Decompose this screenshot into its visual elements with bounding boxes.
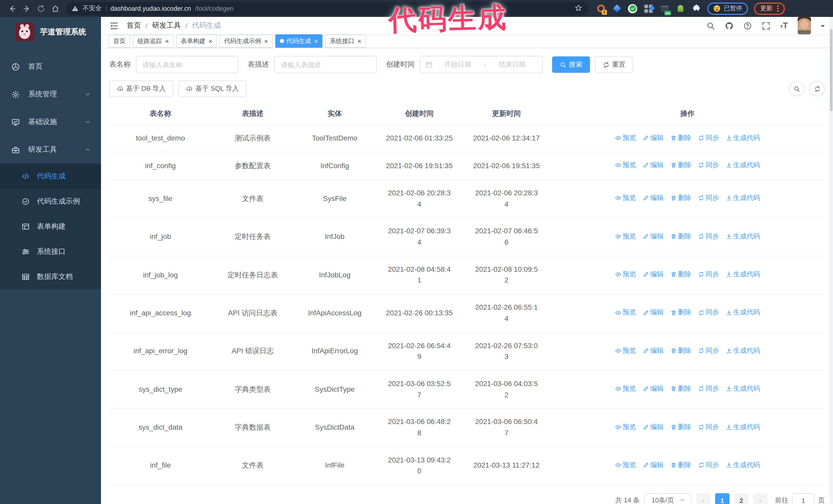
action-preview[interactable]: 预览	[615, 460, 636, 470]
extension-orange-icon[interactable]: 1	[596, 3, 606, 14]
extensions-puzzle-icon[interactable]	[691, 3, 701, 14]
scrollbar-thumb[interactable]	[830, 29, 832, 111]
paused-pill[interactable]: 已暂停	[708, 2, 748, 15]
kebab-menu-icon[interactable]	[777, 5, 779, 12]
update-button[interactable]: 更新	[754, 2, 785, 15]
date-range-picker[interactable]: 开始日期 - 结束日期	[420, 56, 543, 73]
action-edit[interactable]: 编辑	[643, 160, 664, 170]
action-preview[interactable]: 预览	[615, 384, 636, 394]
action-generate[interactable]: 生成代码	[725, 422, 760, 432]
action-sync[interactable]: 同步	[698, 269, 719, 280]
action-edit[interactable]: 编辑	[643, 460, 664, 470]
action-generate[interactable]: 生成代码	[725, 193, 760, 203]
action-preview[interactable]: 预览	[615, 269, 636, 280]
refresh-table-button[interactable]	[809, 81, 825, 96]
sidebar-submenu-item[interactable]: 代码生成示例	[0, 189, 101, 214]
action-sync[interactable]: 同步	[698, 160, 719, 170]
action-sync[interactable]: 同步	[698, 422, 719, 432]
page-button-2[interactable]: 2	[734, 493, 748, 504]
action-edit[interactable]: 编辑	[643, 422, 664, 432]
action-delete[interactable]: 删除	[670, 422, 691, 432]
tab[interactable]: 代码生成 ×	[275, 34, 323, 48]
action-generate[interactable]: 生成代码	[725, 269, 760, 280]
browser-home-icon[interactable]	[48, 2, 63, 15]
tab[interactable]: 链路追踪 ×	[133, 34, 173, 48]
action-sync[interactable]: 同步	[698, 460, 719, 470]
action-sync[interactable]: 同步	[698, 193, 719, 203]
extension-green-icon[interactable]	[675, 3, 685, 14]
action-generate[interactable]: 生成代码	[725, 160, 760, 170]
tab[interactable]: 表单构建 ×	[176, 34, 217, 48]
action-sync[interactable]: 同步	[698, 231, 719, 241]
table-name-input[interactable]	[136, 56, 238, 73]
action-sync[interactable]: 同步	[698, 345, 719, 356]
import-sql-button[interactable]: 基于 SQL 导入	[178, 80, 247, 97]
github-icon[interactable]	[725, 21, 734, 30]
action-preview[interactable]: 预览	[615, 231, 636, 241]
action-delete[interactable]: 删除	[670, 307, 691, 318]
action-edit[interactable]: 编辑	[643, 345, 664, 356]
prev-page-button[interactable]: ‹	[696, 493, 711, 504]
sidebar-menu-item[interactable]: 研发工具	[0, 136, 101, 164]
avatar-caret-icon[interactable]	[821, 25, 825, 29]
page-size-select[interactable]: 10条/页	[644, 493, 691, 504]
breadcrumb-home[interactable]: 首页	[127, 21, 141, 30]
action-delete[interactable]: 删除	[670, 345, 691, 356]
action-sync[interactable]: 同步	[698, 133, 719, 143]
reset-button[interactable]: 重置	[595, 56, 633, 73]
action-generate[interactable]: 生成代码	[725, 345, 760, 356]
font-size-icon[interactable]: тT	[780, 22, 788, 30]
tab[interactable]: 代码生成示例 ×	[219, 34, 272, 48]
action-preview[interactable]: 预览	[615, 193, 636, 203]
app-logo-row[interactable]: 芋道管理系统	[0, 17, 101, 47]
action-generate[interactable]: 生成代码	[725, 133, 760, 143]
action-delete[interactable]: 删除	[670, 231, 691, 241]
extension-check-icon[interactable]	[627, 3, 638, 14]
avatar[interactable]	[798, 17, 811, 34]
address-bar[interactable]: 不安全 dashboard.yudao.iocoder.cn/tool/code…	[66, 2, 589, 15]
action-edit[interactable]: 编辑	[643, 307, 664, 318]
close-icon[interactable]: ×	[358, 38, 361, 44]
sidebar-menu-item[interactable]: 基础设施	[0, 108, 101, 136]
extension-gem-icon[interactable]	[612, 3, 622, 14]
action-edit[interactable]: 编辑	[643, 133, 664, 143]
header-search-icon[interactable]	[706, 21, 715, 30]
breadcrumb-tools[interactable]: 研发工具	[152, 21, 181, 30]
action-delete[interactable]: 删除	[670, 384, 691, 394]
action-preview[interactable]: 预览	[615, 133, 636, 143]
action-generate[interactable]: 生成代码	[725, 384, 760, 394]
sidebar-fold-icon[interactable]	[109, 21, 119, 30]
sidebar-menu-item[interactable]: 系统管理	[0, 80, 101, 108]
close-icon[interactable]: ×	[264, 38, 268, 44]
fullscreen-icon[interactable]	[762, 21, 770, 30]
scrollbar[interactable]	[829, 17, 833, 504]
sidebar-submenu-item[interactable]: 表单构建	[0, 214, 101, 239]
sidebar-submenu-item[interactable]: 系统接口	[0, 239, 101, 264]
action-generate[interactable]: 生成代码	[725, 307, 760, 318]
next-page-button[interactable]: ›	[753, 493, 767, 504]
sidebar-submenu-item[interactable]: 代码生成	[0, 164, 101, 189]
browser-reload-icon[interactable]	[34, 2, 48, 15]
action-generate[interactable]: 生成代码	[725, 231, 760, 241]
close-icon[interactable]: ×	[208, 38, 212, 44]
tab[interactable]: 首页 ×	[109, 34, 130, 48]
action-sync[interactable]: 同步	[698, 384, 719, 394]
action-sync[interactable]: 同步	[698, 307, 719, 318]
close-icon[interactable]: ×	[314, 38, 318, 44]
action-delete[interactable]: 删除	[670, 193, 691, 203]
action-delete[interactable]: 删除	[670, 133, 691, 143]
action-edit[interactable]: 编辑	[643, 193, 664, 203]
goto-page-input[interactable]	[792, 493, 814, 504]
table-desc-input[interactable]	[274, 56, 377, 73]
action-edit[interactable]: 编辑	[643, 269, 664, 280]
import-db-button[interactable]: 基于 DB 导入	[109, 80, 173, 97]
action-edit[interactable]: 编辑	[643, 384, 664, 394]
action-delete[interactable]: 删除	[670, 160, 691, 170]
action-preview[interactable]: 预览	[615, 160, 636, 170]
action-preview[interactable]: 预览	[615, 422, 636, 432]
action-preview[interactable]: 预览	[615, 307, 636, 318]
sidebar-submenu-item[interactable]: 数据库文档	[0, 264, 101, 289]
sidebar-menu-item[interactable]: 首页	[0, 53, 101, 80]
browser-forward-icon[interactable]	[20, 2, 34, 15]
tab[interactable]: 系统接口 ×	[325, 34, 366, 48]
